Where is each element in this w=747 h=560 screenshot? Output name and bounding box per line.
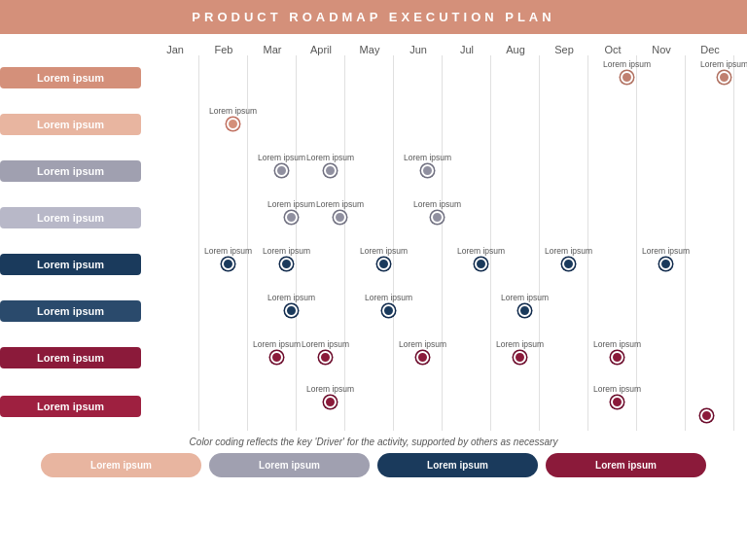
legend-row: Lorem ipsum Lorem ipsum Lorem ipsum Lore… xyxy=(0,450,747,480)
milestone: Lorem ipsum xyxy=(593,339,641,364)
month-may: May xyxy=(345,44,394,55)
table-row: Lorem ipsum Lorem ipsum Lorem ipsum Lore… xyxy=(151,149,747,193)
row-label-6: Lorem ipsum xyxy=(0,300,141,322)
milestone: Lorem ipsum xyxy=(700,59,747,84)
row-label-2: Lorem ipsum xyxy=(0,114,141,135)
milestone: Lorem ipsum xyxy=(496,339,544,364)
row-label-1: Lorem ipsum xyxy=(0,67,141,88)
page-title: PRODUCT ROADMAP EXECUTION PLAN xyxy=(0,0,747,34)
milestone: Lorem ipsum xyxy=(306,384,354,408)
milestone: Lorem ipsum xyxy=(306,153,354,177)
row-label-5: Lorem ipsum xyxy=(0,254,141,275)
milestone: Lorem ipsum xyxy=(316,199,364,224)
month-mar: Mar xyxy=(248,44,297,55)
table-row: Lorem ipsum Lorem ipsum xyxy=(151,102,747,147)
milestone: Lorem ipsum xyxy=(457,246,505,270)
milestone: Lorem ipsum xyxy=(204,246,252,270)
milestone: Lorem ipsum xyxy=(360,246,408,270)
milestone: Lorem ipsum xyxy=(253,339,301,364)
table-row: Lorem ipsum Lorem ipsum Lorem ipsum Lore… xyxy=(151,195,747,240)
month-sep: Sep xyxy=(540,44,588,55)
month-feb: Feb xyxy=(199,44,248,55)
month-jul: Jul xyxy=(443,44,491,55)
month-april: April xyxy=(297,44,345,55)
milestone: Lorem ipsum xyxy=(399,339,446,364)
row-label-8: Lorem ipsum xyxy=(0,396,141,417)
milestone: Lorem ipsum xyxy=(258,153,305,177)
table-row: Lorem ipsum Lorem ipsum Lorem ipsum Lore… xyxy=(151,335,747,380)
table-row: Lorem ipsum Lorem ipsum Lorem ipsum xyxy=(151,382,747,431)
legend-note: Color coding reflects the key 'Driver' f… xyxy=(0,433,747,450)
row-label-4: Lorem ipsum xyxy=(0,207,141,228)
legend-item-1: Lorem ipsum xyxy=(41,453,201,477)
month-jan: Jan xyxy=(151,44,199,55)
legend-item-4: Lorem ipsum xyxy=(546,453,706,477)
legend-item-3: Lorem ipsum xyxy=(377,453,538,477)
row-label-7: Lorem ipsum xyxy=(0,347,141,368)
table-row: Lorem ipsum Lorem ipsum Lorem ipsum Lore… xyxy=(151,242,747,287)
milestone: Lorem ipsum xyxy=(413,199,461,224)
milestone: Lorem ipsum xyxy=(501,293,549,317)
table-row: Lorem ipsum Lorem ipsum Lorem ipsum Lore… xyxy=(151,289,747,333)
header: PRODUCT ROADMAP EXECUTION PLAN xyxy=(0,0,747,34)
month-dec: Dec xyxy=(686,44,734,55)
milestone: Lorem ipsum xyxy=(209,106,257,130)
month-oct: Oct xyxy=(588,44,637,55)
milestone: Lorem ipsum xyxy=(404,153,451,177)
legend-item-2: Lorem ipsum xyxy=(209,453,370,477)
milestone: Lorem ipsum xyxy=(302,339,349,364)
month-nov: Nov xyxy=(637,44,686,55)
milestone: Lorem ipsum xyxy=(267,199,315,224)
milestone: Lorem ipsum xyxy=(603,59,651,84)
milestone xyxy=(700,409,713,422)
table-row: Lorem ipsum Lorem ipsum Lorem ipsum xyxy=(151,55,747,100)
month-aug: Aug xyxy=(491,44,540,55)
milestone: Lorem ipsum xyxy=(365,293,412,317)
chart-container: Jan Feb Mar April May Jun Jul Aug Sep Oc… xyxy=(0,34,747,433)
row-label-3: Lorem ipsum xyxy=(0,160,141,182)
month-jun: Jun xyxy=(394,44,443,55)
milestone: Lorem ipsum xyxy=(545,246,592,270)
milestone: Lorem ipsum xyxy=(593,384,641,408)
milestone: Lorem ipsum xyxy=(267,293,315,317)
milestone: Lorem ipsum xyxy=(263,246,310,270)
milestone: Lorem ipsum xyxy=(642,246,690,270)
